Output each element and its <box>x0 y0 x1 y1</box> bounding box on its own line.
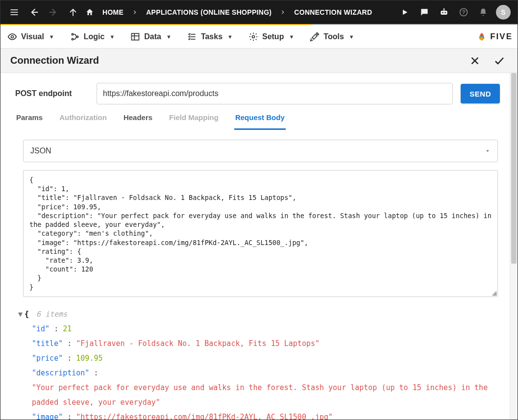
menubar: Visual ▼ Logic ▼ Data ▼ Tasks ▼ Setup ▼ … <box>0 25 518 49</box>
caret-down-icon: ▼ <box>289 34 294 40</box>
json-colon: : <box>63 339 76 348</box>
menu-icon[interactable] <box>4 2 24 22</box>
tab-authorization[interactable]: Authorization <box>58 109 108 130</box>
json-response-viewer: ▼{ 6 items "id" : 21"title" : "Fjallrave… <box>18 307 500 420</box>
endpoint-input[interactable] <box>97 83 453 104</box>
menu-visual-label: Visual <box>21 32 44 41</box>
endpoint-row: POST endpoint SEND <box>15 83 500 104</box>
json-items-count: 6 items <box>36 310 67 319</box>
close-icon[interactable] <box>467 52 483 69</box>
tab-headers[interactable]: Headers <box>123 109 153 130</box>
menu-setup[interactable]: Setup ▼ <box>247 29 296 45</box>
svg-point-11 <box>444 8 445 10</box>
json-value: "https://fakestoreapi.com/img/81fPKd-2AY… <box>76 413 333 420</box>
caret-down-icon <box>485 148 491 154</box>
json-key: "id" <box>32 324 49 333</box>
tabbar: ParamsAuthorizationHeadersField MappingR… <box>15 109 500 130</box>
breadcrumb-wizard[interactable]: CONNECTION WIZARD <box>289 4 377 20</box>
json-key: "description" <box>32 369 89 377</box>
svg-point-14 <box>11 35 14 38</box>
caret-down-icon: ▼ <box>166 34 172 40</box>
menu-data[interactable]: Data ▼ <box>128 29 173 45</box>
json-colon: : <box>49 324 63 333</box>
svg-marker-6 <box>403 10 407 15</box>
json-value: "Fjallraven - Foldsack No. 1 Backpack, F… <box>76 339 320 348</box>
scrollbar[interactable] <box>510 73 518 420</box>
json-entry[interactable]: "price" : 109.95 <box>18 351 500 366</box>
svg-marker-31 <box>486 150 489 152</box>
menu-tasks-label: Tasks <box>201 32 222 41</box>
menu-tasks[interactable]: Tasks ▼ <box>185 29 235 45</box>
menu-setup-label: Setup <box>262 32 284 41</box>
help-icon[interactable]: ? <box>454 2 473 22</box>
menu-data-label: Data <box>144 32 161 41</box>
brand-logo: FIVE <box>476 31 513 42</box>
collapse-icon[interactable]: ▼ <box>18 310 25 319</box>
menu-tools[interactable]: Tools ▼ <box>308 29 356 45</box>
svg-text:?: ? <box>462 9 466 15</box>
svg-rect-18 <box>132 33 139 40</box>
brand-name: FIVE <box>490 32 513 42</box>
json-colon: : <box>89 369 98 377</box>
json-key: "image" <box>32 413 63 420</box>
forward-icon <box>44 2 63 22</box>
tab-params[interactable]: Params <box>15 109 44 130</box>
caret-down-icon: ▼ <box>349 34 354 40</box>
svg-point-9 <box>444 12 446 14</box>
menu-logic-label: Logic <box>84 32 105 41</box>
json-colon: : <box>63 354 76 363</box>
request-body-textarea[interactable]: { "id": 1, "title": "Fjallraven - Foldsa… <box>23 170 498 297</box>
svg-point-24 <box>252 35 254 38</box>
json-entry[interactable]: "title" : "Fjallraven - Foldsack No. 1 B… <box>18 336 500 351</box>
menu-tools-label: Tools <box>323 32 344 41</box>
confirm-icon[interactable] <box>491 52 508 69</box>
body-type-select[interactable]: JSON <box>23 140 498 162</box>
svg-point-15 <box>72 33 73 35</box>
back-icon[interactable] <box>24 2 44 22</box>
content-area: POST endpoint SEND ParamsAuthorizationHe… <box>0 73 510 420</box>
home-icon[interactable] <box>83 2 97 22</box>
json-entry[interactable]: "id" : 21 <box>18 321 500 336</box>
svg-rect-7 <box>441 11 447 15</box>
menu-logic[interactable]: Logic ▼ <box>68 29 117 45</box>
tab-request-body[interactable]: Request Body <box>234 109 286 130</box>
caret-down-icon: ▼ <box>49 34 54 40</box>
body-type-selected: JSON <box>30 147 51 155</box>
bell-icon[interactable] <box>473 2 493 22</box>
breadcrumb-home[interactable]: HOME <box>98 4 128 20</box>
json-key: "price" <box>32 354 63 363</box>
tab-field-mapping[interactable]: Field Mapping <box>168 109 220 130</box>
menu-visual[interactable]: Visual ▼ <box>5 29 56 45</box>
chat-icon[interactable] <box>415 2 434 22</box>
json-value: 21 <box>63 324 72 333</box>
up-icon[interactable] <box>63 2 83 22</box>
json-value: 109.95 <box>76 354 102 363</box>
chevron-right-icon <box>277 10 288 15</box>
app-topbar: HOME APPLICATIONS (ONLINE SHOPPING) CONN… <box>0 0 518 24</box>
page-header: Connection Wizard <box>0 49 518 73</box>
endpoint-label: POST endpoint <box>15 89 89 98</box>
json-entry[interactable]: "image" : "https://fakestoreapi.com/img/… <box>18 410 500 420</box>
play-icon[interactable] <box>395 2 415 22</box>
json-entry[interactable]: "description" : "Your perfect pack for e… <box>18 366 500 410</box>
chevron-right-icon <box>129 10 140 15</box>
breadcrumb-apps[interactable]: APPLICATIONS (ONLINE SHOPPING) <box>141 4 276 20</box>
json-colon: : <box>63 413 76 420</box>
json-value: "Your perfect pack for everyday use and … <box>32 383 488 407</box>
svg-point-16 <box>72 38 73 40</box>
page-title: Connection Wizard <box>10 55 99 66</box>
scrollbar-thumb[interactable] <box>511 73 517 264</box>
breadcrumb: HOME APPLICATIONS (ONLINE SHOPPING) CONN… <box>83 2 377 22</box>
svg-point-17 <box>76 36 78 37</box>
bot-icon[interactable] <box>434 2 454 22</box>
caret-down-icon: ▼ <box>109 34 115 40</box>
json-key: "title" <box>32 339 63 348</box>
caret-down-icon: ▼ <box>227 34 233 40</box>
user-avatar[interactable]: S <box>496 5 511 20</box>
svg-point-8 <box>442 12 444 14</box>
json-root[interactable]: ▼{ 6 items <box>18 307 500 321</box>
send-button[interactable]: SEND <box>461 84 500 103</box>
avatar-initial: S <box>501 8 505 16</box>
